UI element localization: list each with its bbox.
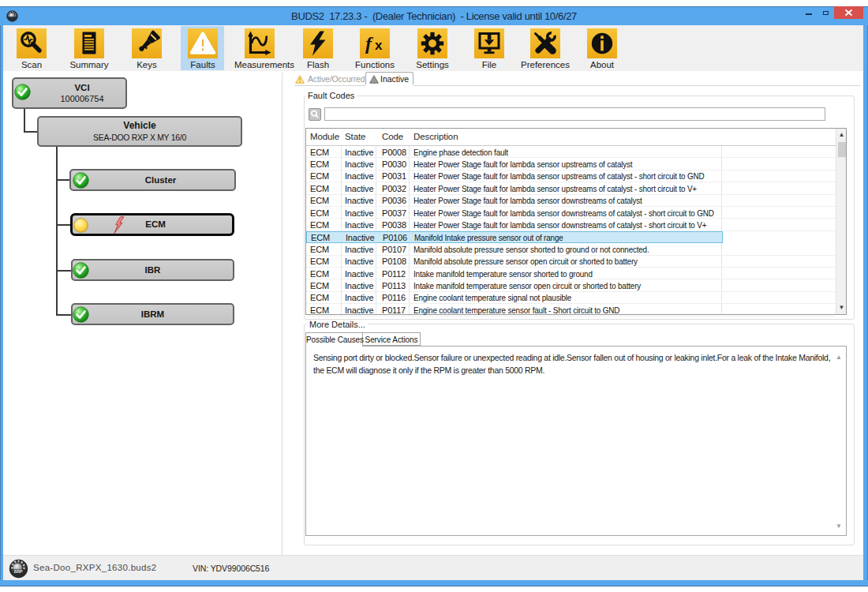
svg-text:BRP: BRP (14, 568, 23, 573)
svg-text:x: x (375, 38, 383, 53)
